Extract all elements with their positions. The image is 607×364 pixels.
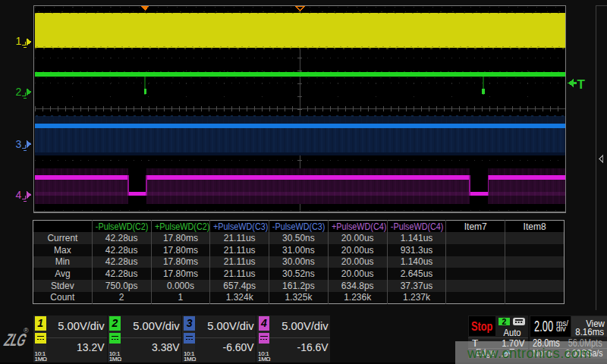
- svg-text:1: 1: [16, 35, 22, 47]
- svg-text:4: 4: [16, 189, 22, 201]
- svg-text:2: 2: [16, 86, 22, 98]
- svg-text:T: T: [577, 77, 586, 92]
- svg-text:3: 3: [16, 138, 22, 150]
